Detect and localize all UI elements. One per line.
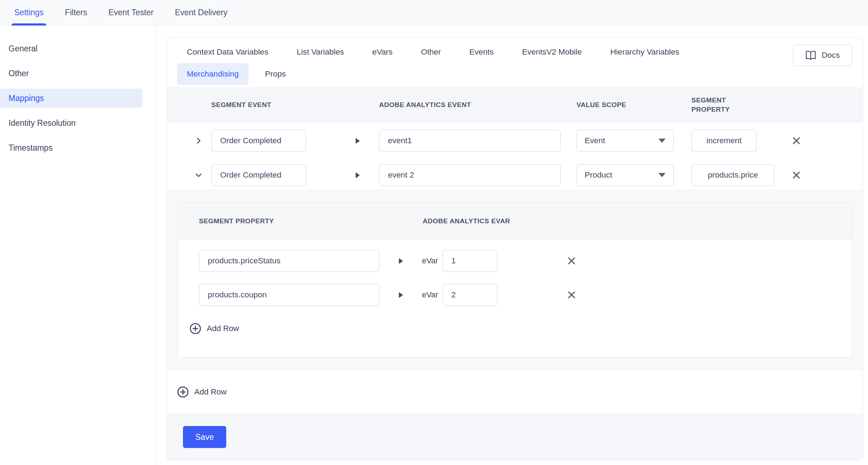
chevron-down-icon bbox=[658, 173, 666, 177]
tab-other[interactable]: Other bbox=[411, 47, 451, 57]
mapping-table-header: SEGMENT EVENT ADOBE ANALYTICS EVENT VALU… bbox=[167, 87, 862, 123]
x-icon bbox=[567, 256, 577, 266]
segment-property-input[interactable] bbox=[199, 284, 379, 306]
tab-context-data-variables[interactable]: Context Data Variables bbox=[177, 47, 278, 57]
add-evar-row-button[interactable]: Add Row bbox=[189, 319, 239, 338]
main-content: Context Data Variables List Variables eV… bbox=[156, 26, 868, 465]
table-add-row-band: Add Row bbox=[167, 370, 862, 414]
adobe-analytics-event-input[interactable] bbox=[379, 164, 561, 186]
arrow-right-icon bbox=[399, 292, 403, 298]
tab-events[interactable]: Events bbox=[460, 47, 504, 57]
sidebar-item-mappings[interactable]: Mappings bbox=[0, 89, 143, 108]
mappings-card: Context Data Variables List Variables eV… bbox=[167, 37, 863, 460]
tab-merchandising[interactable]: Merchandising bbox=[177, 63, 249, 85]
evar-row-2: eVar bbox=[199, 284, 851, 306]
segment-event-input[interactable] bbox=[211, 164, 306, 186]
plus-circle-icon bbox=[189, 322, 202, 335]
header-segment-property: SEGMENT PROPERTY bbox=[199, 217, 423, 225]
docs-button-label: Docs bbox=[822, 51, 840, 60]
book-icon bbox=[805, 50, 816, 60]
mapping-row-2: Product bbox=[167, 164, 862, 186]
evar-number-input[interactable] bbox=[443, 250, 497, 272]
arrow-right-icon bbox=[355, 172, 360, 178]
header-segment-event: SEGMENT EVENT bbox=[211, 101, 306, 109]
header-segment-property: SEGMENT PROPERTY bbox=[691, 96, 752, 114]
sidebar-item-timestamps[interactable]: Timestamps bbox=[0, 135, 156, 160]
evar-label: eVar bbox=[422, 256, 438, 265]
remove-row-button[interactable] bbox=[567, 290, 577, 300]
tab-hierarchy-variables[interactable]: Hierarchy Variables bbox=[600, 47, 689, 57]
evar-number-input[interactable] bbox=[443, 284, 497, 306]
remove-row-button[interactable] bbox=[791, 170, 801, 180]
tab-evars[interactable]: eVars bbox=[362, 47, 402, 57]
header-value-scope: VALUE SCOPE bbox=[577, 101, 674, 109]
value-scope-selected: Product bbox=[585, 170, 612, 180]
x-icon bbox=[791, 136, 801, 146]
chevron-right-icon bbox=[195, 137, 202, 145]
evar-label: eVar bbox=[422, 290, 438, 299]
expanded-row-section: SEGMENT PROPERTY ADOBE ANALYTICS EVAR eV bbox=[167, 190, 862, 370]
sidebar-item-general[interactable]: General bbox=[0, 36, 156, 61]
add-mapping-row-button[interactable]: Add Row bbox=[177, 386, 227, 398]
sidebar-item-identity-resolution[interactable]: Identity Resolution bbox=[0, 111, 156, 135]
nav-tab-settings[interactable]: Settings bbox=[14, 0, 44, 26]
header-adobe-analytics-evar: ADOBE ANALYTICS EVAR bbox=[423, 217, 510, 225]
evar-row-1: eVar bbox=[199, 250, 851, 272]
tab-eventsv2-mobile[interactable]: EventsV2 Mobile bbox=[512, 47, 592, 57]
value-scope-select[interactable]: Event bbox=[577, 130, 674, 152]
add-row-label: Add Row bbox=[207, 324, 239, 333]
evar-mapping-panel: SEGMENT PROPERTY ADOBE ANALYTICS EVAR eV bbox=[178, 202, 852, 358]
segment-event-input[interactable] bbox=[211, 130, 306, 152]
plus-circle-icon bbox=[177, 386, 189, 398]
segment-property-input[interactable] bbox=[691, 164, 774, 186]
chevron-down-icon bbox=[658, 139, 666, 143]
nav-tab-event-delivery[interactable]: Event Delivery bbox=[175, 0, 227, 26]
chevron-down-icon bbox=[195, 171, 202, 179]
mapping-row-1: Event bbox=[167, 130, 862, 152]
tab-list-variables[interactable]: List Variables bbox=[287, 47, 354, 57]
tab-props[interactable]: Props bbox=[255, 63, 296, 85]
variable-tabs: Context Data Variables List Variables eV… bbox=[167, 38, 862, 87]
value-scope-select[interactable]: Product bbox=[577, 164, 674, 186]
save-button[interactable]: Save bbox=[183, 426, 226, 448]
x-icon bbox=[791, 170, 801, 180]
expand-row-button[interactable] bbox=[195, 137, 202, 145]
evar-panel-body: eVar bbox=[178, 240, 851, 338]
sidebar-item-other[interactable]: Other bbox=[0, 61, 156, 86]
card-footer: Save bbox=[167, 414, 862, 460]
arrow-right-icon bbox=[355, 138, 360, 144]
nav-tab-event-tester[interactable]: Event Tester bbox=[108, 0, 154, 26]
add-row-label: Add Row bbox=[194, 387, 227, 397]
evar-panel-header: SEGMENT PROPERTY ADOBE ANALYTICS EVAR bbox=[178, 203, 851, 240]
header-adobe-analytics-event: ADOBE ANALYTICS EVENT bbox=[379, 101, 561, 109]
remove-row-button[interactable] bbox=[567, 256, 577, 266]
variable-tabs-row-1: Context Data Variables List Variables eV… bbox=[177, 43, 852, 61]
remove-row-button[interactable] bbox=[791, 136, 801, 146]
mapping-table-body: Event bbox=[167, 123, 862, 190]
x-icon bbox=[567, 290, 577, 300]
segment-property-input[interactable] bbox=[199, 250, 379, 272]
variable-tabs-row-2: Merchandising Props bbox=[177, 63, 852, 85]
docs-button[interactable]: Docs bbox=[793, 45, 852, 66]
value-scope-selected: Event bbox=[585, 136, 605, 145]
arrow-right-icon bbox=[399, 258, 403, 264]
nav-tab-filters[interactable]: Filters bbox=[65, 0, 87, 26]
top-nav: Settings Filters Event Tester Event Deli… bbox=[0, 0, 868, 26]
adobe-analytics-event-input[interactable] bbox=[379, 130, 561, 152]
segment-property-input[interactable] bbox=[691, 130, 757, 152]
collapse-row-button[interactable] bbox=[195, 171, 202, 179]
settings-sidebar: General Other Mappings Identity Resoluti… bbox=[0, 26, 156, 465]
